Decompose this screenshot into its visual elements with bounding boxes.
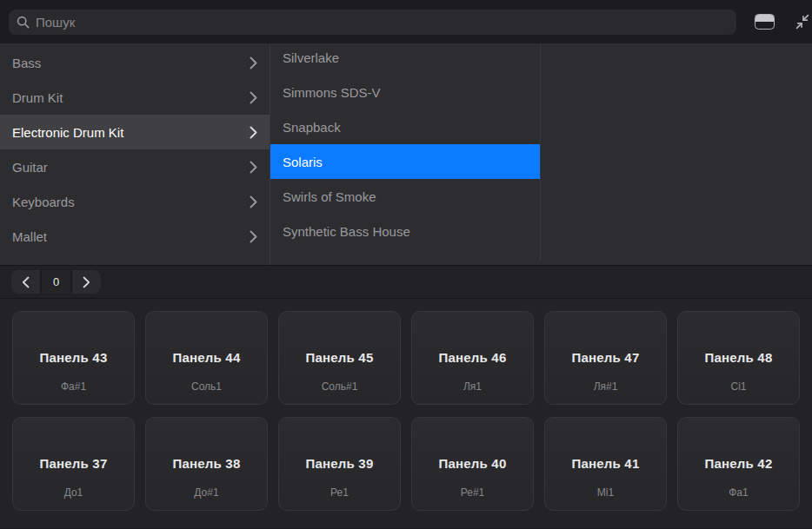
pad-39[interactable]: Панель 39 Ре1	[278, 417, 401, 511]
category-item-bass[interactable]: Bass	[0, 45, 270, 80]
patch-item-snapback[interactable]: Snapback	[270, 109, 540, 144]
category-list: Bass Drum Kit Electronic Drum Kit Guitar…	[0, 43, 270, 265]
stepper-value: 0	[42, 270, 70, 294]
pad-title: Панель 46	[439, 350, 507, 365]
patch-label: Simmons SDS-V	[283, 85, 528, 100]
pad-note: Соль1	[191, 380, 222, 393]
pad-45[interactable]: Панель 45 Соль#1	[278, 311, 401, 405]
pad-note: До1	[64, 486, 83, 499]
pad-row-upper: Панель 43 Фа#1 Панель 44 Соль1 Панель 45…	[12, 311, 800, 405]
category-label: Guitar	[12, 160, 250, 175]
patch-item-synthie-clipped[interactable]: Synthie	[270, 248, 540, 261]
search-input[interactable]	[36, 15, 729, 30]
category-item-guitar[interactable]: Guitar	[0, 149, 270, 184]
patch-item-synthetic-bass-house[interactable]: Synthetic Bass House	[270, 214, 540, 248]
top-bar	[0, 0, 812, 43]
pad-row-lower: Панель 37 До1 Панель 38 До#1 Панель 39 Р…	[12, 417, 800, 511]
pad-note: Фа#1	[61, 380, 86, 393]
category-label: Drum Kit	[12, 90, 250, 105]
pad-37[interactable]: Панель 37 До1	[12, 417, 135, 511]
pad-title: Панель 37	[40, 456, 108, 471]
browser-empty-pane	[541, 43, 812, 265]
sound-browser: Bass Drum Kit Electronic Drum Kit Guitar…	[0, 43, 812, 265]
patch-item-swirls-of-smoke[interactable]: Swirls of Smoke	[270, 179, 540, 214]
pad-title: Панель 41	[572, 456, 640, 471]
pad-note: Ля1	[463, 380, 482, 393]
category-label: Keyboards	[12, 195, 250, 209]
patch-item-solaris[interactable]: Solaris	[270, 144, 540, 179]
pad-title: Панель 44	[173, 350, 241, 365]
pad-43[interactable]: Панель 43 Фа#1	[12, 311, 135, 405]
category-item-mallet[interactable]: Mallet	[0, 219, 270, 254]
pad-44[interactable]: Панель 44 Соль1	[145, 311, 268, 405]
pad-note: Сі1	[730, 380, 746, 393]
chevron-right-icon	[250, 56, 257, 69]
patch-item-silverlake[interactable]: Silverlake	[270, 43, 540, 75]
pad-note: Ре#1	[461, 486, 485, 499]
category-label: Mallet	[12, 229, 250, 244]
category-label: Bass	[12, 56, 250, 70]
pad-47[interactable]: Панель 47 Ля#1	[544, 311, 667, 405]
chevron-right-icon	[250, 195, 257, 208]
patch-label: Synthetic Bass House	[283, 224, 528, 239]
pad-note: Ре1	[330, 486, 349, 499]
search-icon	[17, 16, 30, 29]
pad-42[interactable]: Панель 42 Фа1	[677, 417, 800, 511]
drum-pads-grid: Панель 43 Фа#1 Панель 44 Соль1 Панель 45…	[0, 299, 812, 528]
split-view-icon	[755, 14, 775, 30]
chevron-left-icon	[22, 276, 30, 288]
pad-title: Панель 39	[306, 456, 374, 471]
pad-title: Панель 47	[572, 350, 640, 365]
stepper-increment-button[interactable]	[72, 270, 101, 294]
patch-list: Silverlake Simmons SDS-V Snapback Solari…	[270, 43, 541, 261]
keyboard-view-toggle-button[interactable]	[752, 10, 776, 34]
chevron-right-icon	[83, 276, 90, 288]
patch-item-simmons-sds-v[interactable]: Simmons SDS-V	[270, 75, 540, 109]
pad-title: Панель 45	[306, 350, 374, 365]
search-field[interactable]	[9, 10, 736, 35]
category-item-drum-kit[interactable]: Drum Kit	[0, 80, 270, 115]
pad-note: Мі1	[597, 486, 614, 499]
pad-note: Фа1	[729, 486, 748, 499]
pad-title: Панель 40	[439, 456, 507, 471]
topbar-icons	[752, 10, 812, 34]
collapse-arrows-icon	[793, 12, 812, 31]
pad-48[interactable]: Панель 48 Сі1	[677, 311, 800, 405]
pad-title: Панель 38	[173, 456, 241, 471]
octave-stepper-bar: 0	[0, 265, 812, 299]
pad-38[interactable]: Панель 38 До#1	[145, 417, 268, 511]
chevron-right-icon	[250, 91, 257, 104]
patch-label: Swirls of Smoke	[283, 189, 528, 204]
stepper-decrement-button[interactable]	[11, 270, 40, 294]
pad-title: Панель 43	[40, 350, 108, 365]
chevron-right-icon	[250, 126, 257, 139]
pad-title: Панель 42	[705, 456, 773, 471]
category-label: Electronic Drum Kit	[12, 125, 250, 140]
pad-note: Соль#1	[322, 380, 358, 393]
pad-title: Панель 48	[705, 350, 773, 365]
chevron-right-icon	[250, 161, 257, 174]
patch-label: Snapback	[283, 120, 528, 135]
category-item-electronic-drum-kit[interactable]: Electronic Drum Kit	[0, 115, 270, 149]
pad-note: До#1	[194, 486, 218, 499]
pad-46[interactable]: Панель 46 Ля1	[411, 311, 534, 405]
octave-stepper: 0	[11, 270, 101, 294]
pad-41[interactable]: Панель 41 Мі1	[544, 417, 667, 511]
collapse-browser-button[interactable]	[790, 10, 812, 34]
chevron-right-icon	[250, 230, 257, 243]
patch-label: Silverlake	[283, 50, 528, 65]
pad-note: Ля#1	[594, 380, 618, 393]
patch-label: Solaris	[283, 155, 528, 169]
pad-40[interactable]: Панель 40 Ре#1	[411, 417, 534, 511]
category-item-keyboards[interactable]: Keyboards	[0, 184, 270, 219]
patch-label: Synthie	[283, 259, 528, 262]
